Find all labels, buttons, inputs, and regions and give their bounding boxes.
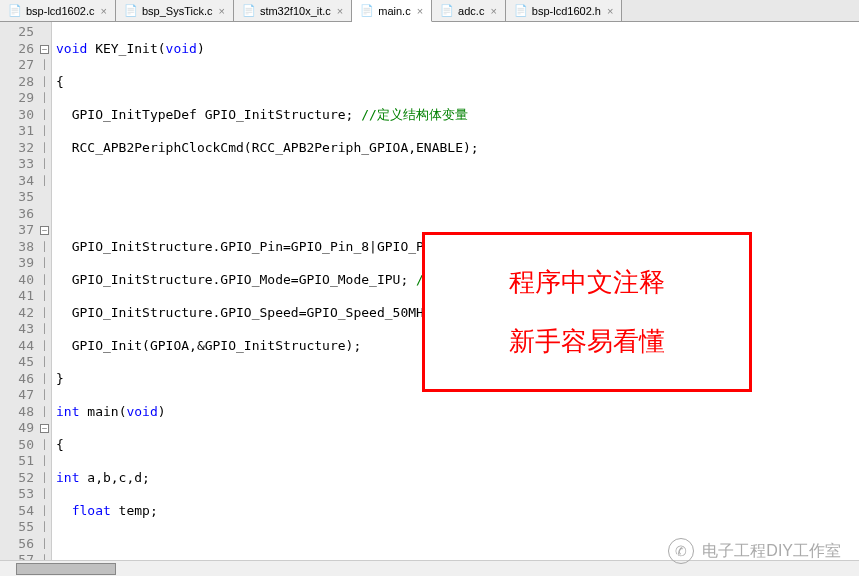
close-icon[interactable]: × [337,5,343,17]
h-file-icon: 📄 [514,4,528,18]
tab-bsp-lcd1602-h[interactable]: 📄bsp-lcd1602.h× [506,0,623,21]
tab-adc-c[interactable]: 📄adc.c× [432,0,506,21]
close-icon[interactable]: × [218,5,224,17]
annotation-text: 新手容易看懂 [509,324,665,359]
tab-main-c[interactable]: 📄main.c× [352,0,432,22]
annotation-text: 程序中文注释 [509,265,665,300]
code-line: void KEY_Init(void) [56,41,855,58]
c-file-icon: 📄 [440,4,454,18]
code-line: GPIO_InitTypeDef GPIO_InitStructure; //定… [56,107,855,124]
line-number-gutter: 2526272829303132333435363738394041424344… [0,22,38,576]
c-file-icon: 📄 [360,4,374,18]
c-file-icon: 📄 [8,4,22,18]
code-line: int main(void) [56,404,855,421]
code-line [56,173,855,190]
tab-bar: 📄bsp-lcd1602.c× 📄bsp_SysTick.c× 📄stm32f1… [0,0,859,22]
fold-gutter: −││││││││−│││││││││││−││││││││ [38,22,52,576]
c-file-icon: 📄 [124,4,138,18]
code-line: { [56,437,855,454]
tab-stm32f10x-it-c[interactable]: 📄stm32f10x_it.c× [234,0,352,21]
wechat-icon: ✆ [668,538,694,564]
close-icon[interactable]: × [490,5,496,17]
scrollbar-thumb[interactable] [16,563,116,575]
c-file-icon: 📄 [242,4,256,18]
tab-bsp-lcd1602-c[interactable]: 📄bsp-lcd1602.c× [0,0,116,21]
close-icon[interactable]: × [417,5,423,17]
code-line: { [56,74,855,91]
annotation-overlay: 程序中文注释 新手容易看懂 [422,232,752,392]
watermark: ✆ 电子工程DIY工作室 [668,538,841,564]
close-icon[interactable]: × [101,5,107,17]
code-line: int a,b,c,d; [56,470,855,487]
code-line: RCC_APB2PeriphClockCmd(RCC_APB2Periph_GP… [56,140,855,157]
close-icon[interactable]: × [607,5,613,17]
tab-bsp-systick-c[interactable]: 📄bsp_SysTick.c× [116,0,234,21]
code-line: float temp; [56,503,855,520]
code-line [56,206,855,223]
